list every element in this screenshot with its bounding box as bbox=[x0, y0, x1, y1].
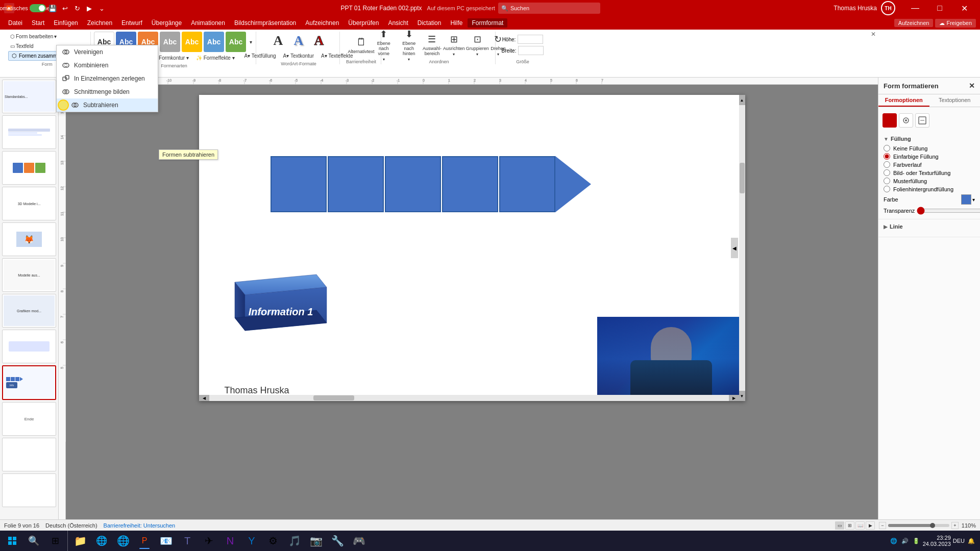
save-btn[interactable]: 💾 bbox=[47, 3, 58, 14]
scroll-left-btn[interactable]: ◀ bbox=[199, 395, 209, 401]
farbverlauf-option[interactable]: Farbverlauf bbox=[884, 161, 975, 168]
muster-radio[interactable] bbox=[884, 178, 890, 184]
taskbar-battery[interactable]: 🔋 bbox=[912, 537, 921, 545]
menu-zeichnen[interactable]: Zeichnen bbox=[83, 18, 116, 28]
vereinigen-item[interactable]: Vereinigen bbox=[57, 45, 158, 59]
slide-sorter-btn[interactable]: ⊞ bbox=[845, 521, 854, 530]
keine-fuellung-option[interactable]: Keine Füllung bbox=[884, 145, 975, 152]
taskbar-volume[interactable]: 🔊 bbox=[900, 537, 910, 545]
taskbar-outlook[interactable]: 📧 bbox=[156, 532, 176, 550]
slide-thumb-6[interactable]: 6 Modelle aus... bbox=[2, 258, 56, 292]
linie-section-title[interactable]: ▶ Linie bbox=[884, 223, 975, 230]
ebene-vorne-btn[interactable]: ⬆ Ebene nachvorne ▾ bbox=[372, 32, 396, 58]
scroll-right-btn[interactable]: ▶ bbox=[729, 395, 739, 401]
wordart-1[interactable]: A bbox=[269, 32, 287, 50]
taskbar-yammer[interactable]: Y bbox=[241, 532, 262, 550]
slide-thumb-12[interactable]: 12 bbox=[2, 473, 56, 507]
taskbar-lang[interactable]: DEU bbox=[953, 538, 965, 544]
width-input[interactable] bbox=[518, 46, 544, 55]
einfarbige-fuellung-option[interactable]: Einfarbige Füllung bbox=[884, 153, 975, 160]
scroll-thumb[interactable] bbox=[740, 163, 745, 193]
folienhintergrund-radio[interactable] bbox=[884, 186, 890, 192]
style-5[interactable]: Abc bbox=[182, 32, 202, 52]
ebene-hinten-btn[interactable]: ⬇ Ebene nachhinten ▾ bbox=[397, 32, 422, 58]
menu-start[interactable]: Start bbox=[28, 18, 48, 28]
zoom-level[interactable]: 110% bbox=[961, 522, 976, 529]
slide-thumb-9[interactable]: 9 Info bbox=[2, 365, 56, 400]
folienhintergrund-option[interactable]: Folienhintergrundfüllung bbox=[884, 186, 975, 192]
qa-more-btn[interactable]: ⌄ bbox=[96, 3, 107, 14]
auswahlbereich-btn[interactable]: ☰ Auswahl-bereich bbox=[422, 32, 442, 58]
taskbar-extra1[interactable]: ⚙ bbox=[263, 532, 283, 550]
menu-einfuegen[interactable]: Einfügen bbox=[50, 18, 82, 28]
panel-icon-fill[interactable] bbox=[883, 113, 897, 128]
zoom-thumb[interactable] bbox=[930, 523, 935, 528]
transparency-slider[interactable] bbox=[917, 207, 980, 215]
menu-entwurf[interactable]: Entwurf bbox=[117, 18, 146, 28]
start-button[interactable] bbox=[2, 532, 22, 550]
muster-option[interactable]: Musterfüllung bbox=[884, 178, 975, 184]
wordart-2[interactable]: A bbox=[289, 32, 308, 50]
schnittmenge-item[interactable]: Schnittmenge bilden bbox=[57, 85, 158, 98]
slide-thumb-11[interactable]: 11 bbox=[2, 438, 56, 471]
taskbar-clock[interactable]: 23:29 24.03.2023 bbox=[923, 535, 951, 547]
scroll-down-btn[interactable]: ▼ bbox=[739, 391, 745, 401]
taskbar-extra4[interactable]: 🔧 bbox=[327, 532, 348, 550]
search-taskbar-btn[interactable]: 🔍 bbox=[23, 532, 44, 550]
slide-thumb-1[interactable]: 1 Standardabs... bbox=[2, 80, 56, 113]
horizontal-scrollbar[interactable]: ◀ ▶ bbox=[199, 395, 739, 401]
taskbar-edge[interactable]: 🌐 bbox=[91, 532, 112, 550]
textkontur-btn[interactable]: A▾ Textkontur bbox=[281, 51, 316, 60]
menu-uebergaenge[interactable]: Übergänge bbox=[148, 18, 186, 28]
slide-thumb-4[interactable]: 4 3D Modelle i... bbox=[2, 187, 56, 220]
slide-thumb-2[interactable]: 2 bbox=[2, 115, 56, 149]
task-view-btn[interactable]: ⊞ bbox=[45, 532, 65, 550]
textfuellung-btn[interactable]: A▾ Textfüllung bbox=[242, 51, 278, 60]
search-box[interactable]: 🔍 Suchen bbox=[498, 3, 600, 14]
panel-icon-effects[interactable] bbox=[899, 113, 913, 128]
style-7[interactable]: Abc bbox=[226, 32, 246, 52]
autosave-toggle[interactable] bbox=[30, 4, 46, 12]
menu-ueberpruefen[interactable]: Überprüfen bbox=[344, 18, 383, 28]
menu-bildschirm[interactable]: Bildschirmpräsentation bbox=[230, 18, 300, 28]
panel-icon-layout[interactable] bbox=[915, 113, 929, 128]
menu-formformat[interactable]: Formformat bbox=[468, 18, 507, 28]
taskbar-powerpoint[interactable]: P bbox=[134, 532, 155, 550]
slide-thumb-7[interactable]: 7 Grafiken mod... bbox=[2, 294, 56, 328]
collapse-sidebar-btn[interactable]: ◀ bbox=[731, 238, 738, 258]
style-6[interactable]: Abc bbox=[204, 32, 224, 52]
aufzeichnen-btn[interactable]: Aufzeichnen bbox=[894, 19, 934, 27]
menu-datei[interactable]: Datei bbox=[4, 18, 27, 28]
bild-textur-radio[interactable] bbox=[884, 169, 890, 176]
taskbar-telegram[interactable]: ✈ bbox=[199, 532, 219, 550]
farbverlauf-radio[interactable] bbox=[884, 161, 890, 168]
height-input[interactable] bbox=[518, 35, 543, 44]
zoom-out-btn[interactable]: − bbox=[879, 522, 886, 529]
close-button[interactable]: ✕ bbox=[952, 0, 976, 16]
more-styles-btn[interactable]: ▾ bbox=[248, 37, 254, 46]
wordart-3[interactable]: A bbox=[310, 32, 328, 50]
style-4[interactable]: Abc bbox=[160, 32, 180, 52]
slide-thumb-5[interactable]: 5 🦊 bbox=[2, 222, 56, 256]
zoom-in-btn[interactable]: + bbox=[951, 522, 959, 529]
slide-thumb-10[interactable]: 10 Ende bbox=[2, 402, 56, 436]
accessibility-indicator[interactable]: Barrierefreiheit: Untersuchen bbox=[104, 522, 176, 529]
redo-btn[interactable]: ↻ bbox=[71, 3, 83, 14]
freigeben-btn[interactable]: ☁ Freigeben bbox=[935, 19, 976, 28]
slideshow-btn[interactable]: ▶ bbox=[866, 521, 875, 530]
info-button[interactable]: Information 1 bbox=[219, 272, 332, 350]
taskbar-teams[interactable]: T bbox=[177, 532, 198, 550]
scroll-up-btn[interactable]: ▲ bbox=[739, 95, 745, 105]
menu-dictation[interactable]: Dictation bbox=[413, 18, 446, 28]
taskbar-explorer[interactable]: 📁 bbox=[70, 532, 90, 550]
taskbar-extra3[interactable]: 📷 bbox=[306, 532, 326, 550]
vertical-scrollbar[interactable]: ▲ ▼ bbox=[739, 95, 745, 401]
slide-thumb-3[interactable]: 3 bbox=[2, 151, 56, 185]
bild-textur-option[interactable]: Bild- oder Texturfüllung bbox=[884, 169, 975, 176]
fuellung-section-title[interactable]: ▼ Füllung bbox=[884, 136, 975, 142]
color-picker-btn[interactable] bbox=[961, 194, 971, 205]
ausrichten-btn[interactable]: ⊞ Ausrichten ▾ bbox=[443, 32, 465, 58]
textfeld-btn[interactable]: ▭ Textfeld bbox=[8, 41, 35, 51]
color-dropdown-arrow[interactable]: ▾ bbox=[972, 197, 975, 203]
slide-thumb-8[interactable]: 8 bbox=[2, 330, 56, 363]
